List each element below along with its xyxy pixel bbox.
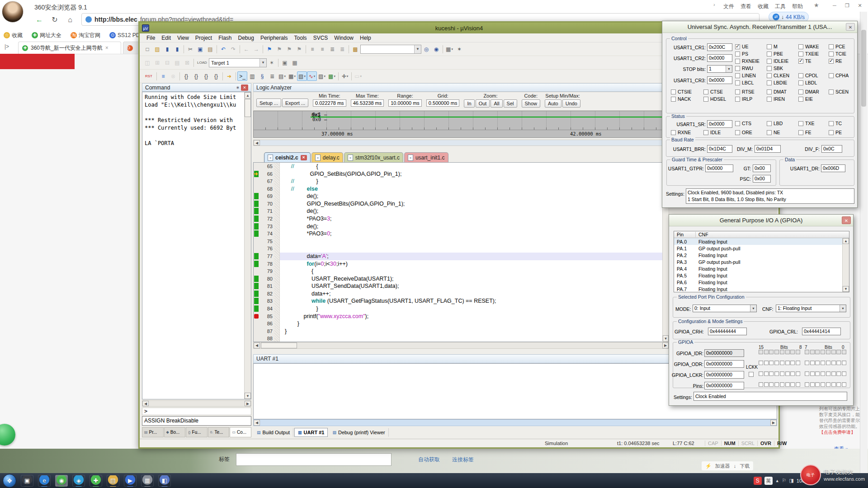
comment-icon[interactable]: ≣	[327, 44, 337, 54]
gpioa-bit-checkbox[interactable]	[780, 382, 784, 387]
usart-control-checkbox-TE[interactable]: TE	[798, 58, 811, 64]
batch-build-icon[interactable]: ▤	[172, 58, 182, 67]
chevron-down-icon[interactable]: ▾	[334, 75, 335, 78]
code-line-65[interactable]: 65 // {	[254, 163, 669, 170]
code-line-80[interactable]: 80 USART_ReceiveData(USART1);	[254, 275, 669, 283]
usart-dialog-close-icon[interactable]: ✕	[846, 23, 855, 31]
stop-debug-icon[interactable]: ⊗	[168, 71, 178, 81]
tag-input[interactable]	[236, 453, 392, 466]
code-line-79[interactable]: 79 {	[254, 267, 669, 275]
window-layout-icon[interactable]: ▭▾	[353, 71, 363, 81]
usart-status-checkbox-FE[interactable]: FE	[798, 130, 811, 135]
code-text[interactable]: {	[280, 267, 669, 275]
gpioa-bit-checkbox[interactable]	[790, 371, 795, 376]
gpioa-dialog-close-icon[interactable]: ✕	[842, 216, 851, 224]
checkbox-CPHA[interactable]	[829, 73, 834, 78]
la-button-sel[interactable]: Sel	[504, 99, 517, 108]
code-line-82[interactable]: 82 data++;	[254, 290, 669, 298]
checkbox-CTSE[interactable]	[703, 89, 708, 94]
outdent-icon[interactable]: ≡	[307, 44, 317, 54]
configure-target-icon[interactable]: ▦▾	[444, 44, 454, 54]
checkbox-CTS[interactable]	[735, 121, 740, 126]
gpioa-pin-row-PA.5[interactable]: PA.5Floating Input	[674, 272, 849, 279]
la-button-in[interactable]: In	[464, 99, 474, 108]
command-input[interactable]: ASSIGN BreakDisable	[142, 416, 251, 426]
browser-menu-0[interactable]: 文件	[723, 3, 734, 10]
browser-refresh-button[interactable]: ↻	[49, 14, 61, 25]
checkbox-WAKE[interactable]	[798, 44, 803, 49]
gpioa-bit-checkbox[interactable]	[810, 361, 815, 365]
la-field-value[interactable]: 0.022278 ms	[313, 99, 346, 107]
usart-control-checkbox-DMAR[interactable]: DMAR	[798, 89, 819, 94]
code-line-86[interactable]: 86 }	[254, 320, 669, 328]
manage-components-icon[interactable]: ▦	[290, 58, 300, 67]
usart-control-checkbox-LINEN[interactable]: LINEN	[735, 73, 756, 78]
code-text[interactable]: }	[280, 328, 669, 335]
tab-close-icon[interactable]: ✕	[301, 155, 307, 160]
gpioa-bit-checkbox[interactable]	[774, 371, 779, 376]
usart-gt-field[interactable]: 0x00	[753, 164, 771, 172]
checkbox-SCEN[interactable]	[829, 89, 834, 94]
gpioa-crl-field[interactable]: 0x44441414	[802, 328, 841, 335]
tray-up-arrow-icon[interactable]: ▲	[775, 479, 779, 483]
la-button-auto[interactable]: Auto	[545, 99, 561, 108]
paste-icon[interactable]: ▤	[205, 44, 215, 54]
tray-ime-icon[interactable]: 英	[764, 477, 773, 485]
uncomment-icon[interactable]: ≣	[337, 44, 347, 54]
usart-control-checkbox-LBDIE[interactable]: LBDIE	[767, 80, 787, 85]
usart-divf-field[interactable]: 0x0C	[821, 145, 842, 153]
usart-control-checkbox-SCEN[interactable]: SCEN	[829, 89, 849, 94]
checkbox-UE[interactable]	[735, 44, 740, 49]
menu-edit[interactable]: Edit	[158, 34, 174, 42]
browser-minimize-button[interactable]: ─	[828, 1, 841, 10]
gpioa-bit-checkbox[interactable]	[826, 382, 830, 387]
usart-stopbits-select[interactable]: 1▼	[707, 65, 732, 73]
code-text[interactable]: }	[280, 320, 669, 328]
browser-tab[interactable]: ✚ 360导航_新一代安全上网导航 ×	[18, 42, 121, 54]
checkbox-EIE[interactable]	[798, 97, 803, 102]
menu-view[interactable]: View	[174, 34, 192, 42]
usart-control-checkbox-LBCL[interactable]: LBCL	[735, 80, 754, 85]
gpioa-cnf-select[interactable]: 1: Floating Input▼	[776, 305, 846, 312]
code-text[interactable]: de();	[280, 192, 669, 200]
gpioa-bit-checkbox[interactable]	[805, 371, 809, 376]
usart-dialog-titlebar[interactable]: Universal Sync. Asynch. Receiver/Transmi…	[662, 21, 857, 33]
code-line-74[interactable]: 74 *PAO3=0;	[254, 230, 669, 238]
checkbox-IDLE[interactable]	[703, 130, 708, 135]
memory-window-icon[interactable]: ▦▾	[287, 71, 297, 81]
code-line-77[interactable]: 77 data='A';	[254, 253, 669, 260]
browser-menu-1[interactable]: 查看	[741, 3, 751, 10]
code-line-72[interactable]: 72 *PAO3=3;	[254, 215, 669, 223]
checkbox-RXNE[interactable]	[671, 130, 676, 135]
usart-control-checkbox-RWU[interactable]: RWU	[735, 66, 753, 71]
code-editor[interactable]: 65 // {➜66 GPIO_SetBits(GPIOA,GPIO_Pin_1…	[253, 162, 669, 342]
code-text[interactable]: *PAO3=0;	[280, 230, 669, 238]
code-line-81[interactable]: 81 USART_SendData(USART1,data);	[254, 282, 669, 290]
checkbox-IREN[interactable]	[767, 97, 772, 102]
usart-gtpr-field[interactable]: 0x0000	[705, 164, 733, 172]
tray-sogou-icon[interactable]: S	[754, 477, 762, 485]
la-field-value[interactable]: 10.00000 ms	[388, 99, 422, 107]
bookmark-next-icon[interactable]: ⚑	[284, 44, 294, 54]
gpioa-bit-checkbox[interactable]	[836, 382, 841, 387]
menu-file[interactable]: File	[143, 34, 158, 42]
usart-cr1-field[interactable]: 0x200C	[707, 43, 732, 51]
code-text[interactable]: GPIO_SetBits(GPIOA,GPIO_Pin_1);	[280, 170, 669, 178]
redo-icon[interactable]: ↷	[228, 44, 238, 54]
usart-status-checkbox-TXE[interactable]: TXE	[798, 121, 814, 126]
gpioa-lckr-field[interactable]: 0x00000000	[704, 371, 744, 379]
show-next-statement-icon[interactable]: ≡	[158, 71, 168, 81]
tray-volume-icon[interactable]: ◨	[789, 478, 793, 483]
command-hscrollbar[interactable]: ◀ ▶	[142, 400, 251, 407]
tab-list-icon[interactable]: |>	[5, 43, 9, 50]
usart-control-checkbox-IREN[interactable]: IREN	[767, 96, 785, 102]
gpioa-bit-checkbox[interactable]	[815, 361, 820, 365]
checkbox-HDSEL[interactable]	[703, 97, 708, 102]
bookmark-收藏[interactable]: ☆收藏	[4, 32, 23, 39]
gpioa-bit-checkbox[interactable]	[815, 371, 820, 376]
chevron-down-icon[interactable]: ▾	[324, 75, 326, 78]
command-output[interactable]: Running with Code Size Limit Load "E:\\K…	[142, 92, 251, 399]
gpioa-lckk-checkbox[interactable]	[749, 372, 754, 377]
browser-home-button[interactable]: ⌂	[64, 14, 76, 25]
usart-status-checkbox-PE[interactable]: PE	[829, 130, 842, 135]
